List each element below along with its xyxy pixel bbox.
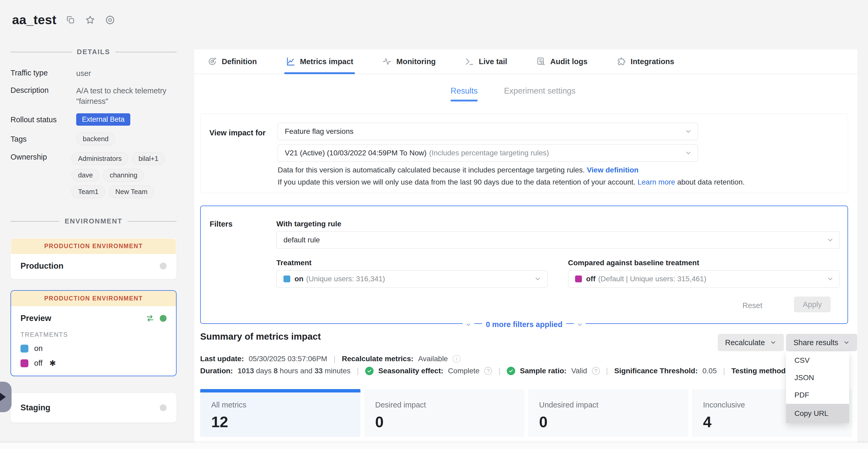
targeting-rule-value: default rule: [283, 236, 320, 244]
page-title: aa_test: [12, 12, 57, 27]
divider: |: [497, 366, 502, 376]
page-header: aa_test: [12, 12, 115, 27]
tab-metrics-impact[interactable]: Metrics impact: [286, 50, 353, 73]
targeting-rule-label: With targeting rule: [276, 220, 341, 228]
copy-icon[interactable]: [66, 15, 75, 25]
owner-chip[interactable]: bilal+1: [132, 152, 165, 165]
menu-item-copy-url[interactable]: Copy URL: [786, 404, 849, 423]
targeting-rule-dropdown[interactable]: default rule: [276, 231, 840, 249]
rollout-status-label: Rollout status: [10, 115, 76, 124]
environment-card-staging[interactable]: Staging: [10, 393, 177, 422]
tag-chip[interactable]: backend: [76, 132, 115, 145]
card-label: Desired impact: [375, 401, 524, 409]
integrations-icon: [616, 57, 626, 66]
rollout-status-badge[interactable]: External Beta: [76, 113, 130, 126]
divider: |: [332, 354, 337, 363]
more-filters-toggle[interactable]: 0 more filters applied: [482, 320, 566, 329]
impact-type-dropdown[interactable]: Feature flag versions: [278, 123, 698, 140]
card-undesired-impact[interactable]: Undesired impact 0: [528, 389, 688, 437]
version-value: V21 (Active) (10/03/2022 04:59PM To Now): [285, 149, 427, 157]
tab-live-tail-label: Live tail: [479, 57, 507, 66]
version-dropdown[interactable]: V21 (Active) (10/03/2022 04:59PM To Now)…: [278, 144, 698, 162]
sample-ratio-value: Valid: [571, 367, 587, 375]
duration-minutes-num: 33: [314, 367, 322, 375]
gear-icon[interactable]: [105, 15, 115, 25]
treatment-on-label: on: [34, 344, 42, 353]
duration-hours-word: hours and: [280, 367, 313, 375]
divider: [10, 52, 72, 52]
main-panel: Definition Metrics impact Monitoring Liv…: [194, 50, 858, 449]
divider: |: [355, 366, 361, 376]
chevron-down-icon: [827, 275, 834, 282]
card-desired-impact[interactable]: Desired impact 0: [364, 389, 524, 437]
star-icon[interactable]: [85, 15, 95, 25]
tab-live-tail[interactable]: Live tail: [465, 50, 507, 73]
owner-chip[interactable]: Team1: [71, 185, 105, 198]
subtab-results[interactable]: Results: [451, 86, 477, 101]
data-retention-text-tail: about data retention.: [677, 178, 745, 186]
bottom-scroll-strip[interactable]: [0, 443, 868, 449]
chevron-down-icon[interactable]: [574, 322, 586, 328]
live-tail-icon: [465, 57, 474, 66]
ownership-chips: Administrators bilal+1 dave channing Tea…: [71, 152, 177, 198]
sidebar-expand-handle[interactable]: [0, 382, 11, 412]
environment-card-preview[interactable]: PRODUCTION ENVIRONMENT Preview TREATMENT…: [10, 290, 177, 376]
metric-summary-cards: All metrics 12 Desired impact 0 Undesire…: [200, 389, 852, 437]
share-results-button[interactable]: Share results: [786, 334, 857, 351]
tab-integrations[interactable]: Integrations: [616, 50, 674, 73]
card-all-metrics[interactable]: All metrics 12: [200, 389, 361, 437]
duration-days-word: days: [256, 367, 272, 375]
recalculate-button[interactable]: Recalculate: [718, 334, 784, 351]
status-dot-green: [160, 315, 166, 322]
divider: [10, 221, 59, 221]
last-update-label: Last update:: [200, 355, 244, 363]
tab-audit-logs-label: Audit logs: [550, 57, 588, 66]
menu-item-csv[interactable]: CSV: [786, 352, 849, 369]
check-circle-icon: [365, 367, 374, 375]
environment-name-staging: Staging: [21, 403, 51, 413]
treatment-value: on: [294, 275, 304, 283]
treatment-on-color-swatch: [21, 345, 28, 353]
tab-monitoring-label: Monitoring: [397, 57, 436, 66]
learn-more-link[interactable]: Learn more: [638, 178, 675, 186]
tab-definition[interactable]: Definition: [208, 50, 257, 73]
data-retention-note: If you update this version we will only …: [278, 178, 745, 186]
info-icon[interactable]: i: [453, 355, 461, 363]
baseline-dropdown[interactable]: off (Default | Unique users: 315,461): [568, 270, 840, 288]
chevron-down-icon: [685, 149, 692, 157]
environment-name-production: Production: [21, 261, 64, 271]
swap-arrows-icon: [146, 314, 154, 323]
share-results-button-label: Share results: [794, 338, 838, 347]
view-impact-section: View impact for Feature flag versions V2…: [200, 114, 848, 193]
subtab-experiment-settings[interactable]: Experiment settings: [504, 86, 575, 101]
treatment-off-label: off: [34, 359, 42, 367]
metrics-impact-icon: [286, 57, 295, 66]
more-filters-row: 0 more filters applied: [201, 320, 847, 329]
traffic-type-row: Traffic type user: [10, 68, 177, 79]
chevron-down-icon: [827, 236, 834, 244]
question-icon[interactable]: ?: [592, 367, 600, 375]
tab-monitoring[interactable]: Monitoring: [382, 50, 436, 73]
owner-chip[interactable]: Administrators: [71, 152, 128, 165]
menu-item-pdf[interactable]: PDF: [786, 386, 849, 404]
tags-row: Tags backend: [10, 132, 177, 145]
owner-chip[interactable]: channing: [103, 169, 144, 182]
treatment-dropdown[interactable]: on (Unique users: 316,341): [276, 270, 548, 288]
divider: |: [604, 366, 610, 376]
reset-button[interactable]: Reset: [742, 301, 763, 310]
owner-chip[interactable]: dave: [71, 169, 99, 182]
view-definition-link[interactable]: View definition: [587, 166, 639, 174]
divider: [128, 221, 177, 221]
tab-audit-logs[interactable]: Audit logs: [536, 50, 588, 73]
share-results-menu: CSV JSON PDF Copy URL: [786, 352, 849, 423]
menu-item-json[interactable]: JSON: [786, 369, 849, 386]
owner-chip[interactable]: New Team: [109, 185, 154, 198]
version-auto-note: Data for this version is automatically c…: [278, 166, 639, 174]
description-label: Description: [10, 85, 76, 95]
baseline-value: off: [586, 275, 595, 283]
question-icon[interactable]: ?: [484, 367, 492, 375]
apply-button[interactable]: Apply: [794, 297, 831, 312]
environment-card-production[interactable]: PRODUCTION ENVIRONMENT Production: [10, 238, 177, 279]
sidebar: DETAILS Traffic type user Description A/…: [10, 48, 177, 422]
chevron-down-icon[interactable]: [463, 322, 474, 328]
